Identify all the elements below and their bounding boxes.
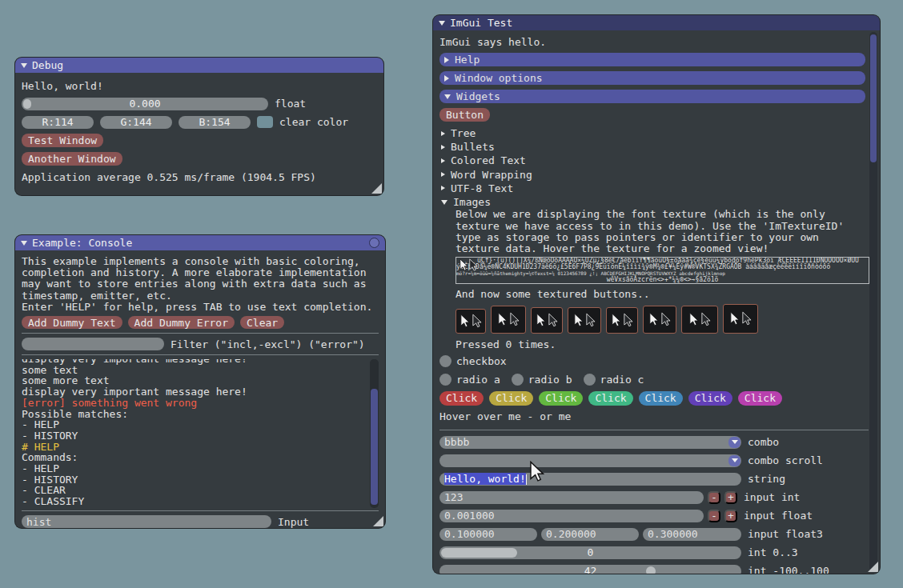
console-input[interactable]: hist	[22, 515, 271, 528]
tree-node-word-wrapping[interactable]: Word Wrapping	[439, 168, 865, 182]
decrement-button[interactable]: -	[708, 491, 720, 504]
log-line: - CLASSIFY	[22, 496, 379, 507]
combo-arrow-button[interactable]	[728, 437, 740, 448]
combo-value: bbbb	[439, 436, 469, 448]
tree-node-bullets[interactable]: Bullets	[439, 140, 865, 154]
int-range-slider-label: int -100..100	[748, 565, 829, 574]
click-button-5[interactable]: Click	[639, 391, 683, 406]
texture-row: ýöÈþåÐå¼ē®ÑC4KDUH1Ð237äê6ö¿£5Ē6F7P8¿9Èüï…	[456, 264, 869, 270]
tree-node-utf8-text[interactable]: UTF-8 Text	[439, 182, 865, 195]
button-widget[interactable]: Button	[439, 108, 490, 122]
combo-arrow-button[interactable]	[728, 455, 740, 466]
add-dummy-error-button[interactable]: Add Dummy Error	[128, 316, 235, 329]
float-slider[interactable]: 0.000	[22, 98, 268, 110]
image-button-6[interactable]	[643, 306, 676, 334]
header-window-options[interactable]: Window options	[439, 71, 865, 85]
float3-input-z[interactable]: 0.300000	[643, 528, 741, 541]
increment-button[interactable]: +	[724, 510, 737, 522]
color-drag-g[interactable]: G:144	[100, 116, 172, 129]
collapse-arrow-icon[interactable]	[21, 241, 27, 246]
click-button-1[interactable]: Click	[439, 391, 484, 406]
mouse-cursor-icon	[528, 461, 544, 483]
console-titlebar[interactable]: Example: Console	[15, 235, 385, 250]
float3-x-value: 0.100000	[439, 528, 495, 540]
radio-c-label: radio c	[600, 374, 644, 386]
log-scrollbar[interactable]	[370, 359, 379, 508]
console-input-label: Input	[278, 516, 309, 528]
debug-titlebar[interactable]: Debug	[15, 58, 383, 73]
float3-input-y[interactable]: 0.200000	[541, 528, 639, 541]
increment-button[interactable]: +	[724, 491, 737, 504]
log-line: Commands:	[22, 452, 379, 463]
click-button-7[interactable]: Click	[738, 391, 782, 406]
image-button-5[interactable]	[606, 307, 638, 334]
log-scrollbar-grab[interactable]	[371, 389, 378, 505]
close-button[interactable]	[369, 238, 379, 248]
checkbox-row[interactable]: checkbox	[439, 354, 865, 369]
image-button-8[interactable]	[723, 304, 758, 334]
test-window-button[interactable]: Test Window	[22, 134, 103, 147]
console-window: Example: Console This example implements…	[14, 234, 386, 529]
int-range-slider[interactable]: 42	[439, 565, 741, 575]
hello-text: Hello, world!	[22, 79, 377, 93]
font-texture-image[interactable]: úÇf}·(ü)()[]X¾/ßNœòÒóÂÃÅÄÖ×¼ÙŽµ¿§8é€/åèb…	[456, 257, 869, 284]
int-input[interactable]: 123	[439, 491, 704, 504]
tree-node-images[interactable]: Images	[439, 195, 865, 209]
radio-b-label: radio b	[528, 374, 572, 386]
log-line: - HELP	[22, 419, 379, 430]
resize-grip[interactable]	[371, 183, 382, 194]
checkbox[interactable]	[439, 355, 451, 367]
int-slider[interactable]: 0	[439, 546, 741, 559]
intro-line: may want to store entries along with ext…	[22, 278, 379, 290]
float3-z-value: 0.300000	[643, 528, 698, 540]
separator	[22, 510, 379, 511]
tree-arrow-icon	[441, 131, 445, 136]
header-widgets[interactable]: Widgets	[439, 90, 865, 103]
another-window-button[interactable]: Another Window	[22, 152, 122, 166]
combo-scroll-box[interactable]	[439, 454, 741, 467]
combo-scroll-label: combo scroll	[748, 454, 823, 466]
imgui-test-titlebar[interactable]: ImGui Test	[433, 15, 880, 30]
filter-input[interactable]	[22, 338, 164, 350]
console-log[interactable]: display very important message here! som…	[22, 359, 379, 508]
radio-a[interactable]	[439, 374, 451, 386]
image-button-4[interactable]	[568, 307, 601, 334]
image-button-3[interactable]	[531, 307, 563, 334]
resize-grip[interactable]	[373, 516, 383, 526]
add-dummy-text-button[interactable]: Add Dummy Text	[22, 316, 122, 329]
header-help[interactable]: Help	[439, 53, 865, 66]
click-button-6[interactable]: Click	[688, 391, 732, 406]
resize-grip[interactable]	[868, 562, 878, 572]
tree-node-colored-text[interactable]: Colored Text	[439, 154, 865, 167]
collapse-arrow-icon	[444, 75, 449, 82]
float-input[interactable]: 0.001000	[439, 510, 704, 522]
radio-c[interactable]	[584, 374, 596, 386]
image-button-2[interactable]	[491, 306, 526, 334]
log-line: - CLEAR	[22, 485, 379, 496]
decrement-button[interactable]: -	[708, 510, 720, 522]
window-scrollbar-grab[interactable]	[870, 34, 877, 162]
console-input-value: hist	[22, 516, 51, 528]
log-line-command: # HELP	[22, 442, 379, 453]
color-drag-r[interactable]: R:114	[22, 116, 94, 129]
radio-b[interactable]	[512, 374, 524, 386]
tree-node-tree[interactable]: Tree	[439, 126, 865, 140]
image-button-1[interactable]	[456, 309, 486, 334]
float3-input-x[interactable]: 0.100000	[439, 528, 537, 541]
string-input[interactable]: Hello, world!	[439, 473, 741, 486]
image-button-7[interactable]	[681, 306, 718, 334]
tree-label: Word Wrapping	[451, 169, 532, 181]
stats-text: Application average 0.525 ms/frame (1904…	[22, 170, 377, 184]
clear-button[interactable]: Clear	[240, 316, 284, 329]
color-drag-b[interactable]: B:154	[179, 116, 251, 129]
click-button-4[interactable]: Click	[588, 391, 632, 406]
combo-box[interactable]: bbbb	[439, 436, 741, 449]
collapse-arrow-icon[interactable]	[21, 63, 27, 68]
click-button-3[interactable]: Click	[539, 391, 583, 406]
collapse-arrow-icon[interactable]	[439, 21, 445, 26]
click-button-2[interactable]: Click	[489, 391, 533, 406]
texture-row: wêVxsãöÃzcrën<>+*¼¼®<>→§ã2ö1ö	[456, 277, 869, 283]
combo-label: combo	[748, 436, 779, 448]
color-swatch[interactable]	[257, 116, 273, 128]
window-scrollbar[interactable]	[869, 32, 877, 571]
